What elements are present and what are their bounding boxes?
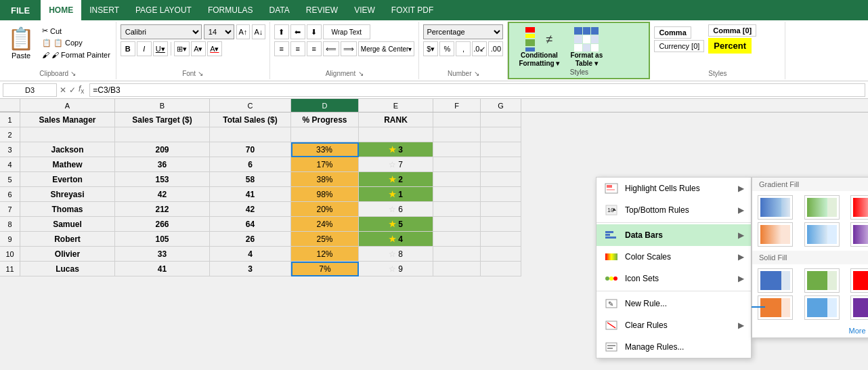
cell-d1[interactable]: % Progress: [291, 112, 359, 127]
col-header-e[interactable]: E: [359, 99, 433, 112]
row-header[interactable]: 4: [0, 157, 20, 172]
cell-c9[interactable]: 26: [210, 232, 291, 247]
cell-c1[interactable]: Total Sales ($): [210, 112, 291, 127]
row-header[interactable]: 3: [0, 142, 20, 157]
cell-d10[interactable]: 12%: [291, 247, 359, 262]
cf-menu-manage-rules[interactable]: Manage Rules...: [596, 336, 751, 358]
cell-d9[interactable]: 25%: [291, 232, 359, 247]
tab-insert[interactable]: INSERT: [81, 0, 127, 20]
bar-gradient-blue[interactable]: [758, 195, 793, 220]
cell-e6[interactable]: ★ 1: [359, 187, 433, 202]
cell-b7[interactable]: 212: [115, 202, 210, 217]
bar-gradient-green[interactable]: [804, 195, 840, 220]
more-rules-link[interactable]: More Rules...: [752, 324, 868, 337]
row-header[interactable]: 7: [0, 202, 20, 217]
tab-formulas[interactable]: FORMULAS: [200, 0, 261, 20]
percent-button[interactable]: %: [439, 41, 454, 56]
formula-fx-icon[interactable]: fx: [79, 84, 84, 95]
cell-d8[interactable]: 24%: [291, 217, 359, 232]
cell-d3[interactable]: 33%: [291, 142, 359, 157]
tab-home[interactable]: HOME: [41, 0, 81, 20]
cell-e8[interactable]: ★ 5: [359, 217, 433, 232]
cell-a6[interactable]: Shreyasi: [20, 187, 115, 202]
tab-review[interactable]: REVIEW: [298, 0, 346, 20]
cell-b5[interactable]: 153: [115, 172, 210, 187]
cf-menu-data-bars[interactable]: Data Bars ▶: [596, 224, 751, 246]
cell-a11[interactable]: Lucas: [20, 262, 115, 276]
bar-solid-lightblue[interactable]: [804, 295, 840, 320]
comma-button[interactable]: ,: [456, 41, 471, 56]
cell-b3[interactable]: 209: [115, 142, 210, 157]
cell-a9[interactable]: Robert: [20, 232, 115, 247]
font-color-button[interactable]: A▾: [207, 41, 222, 56]
tab-view[interactable]: VIEW: [346, 0, 383, 20]
col-header-a[interactable]: A: [20, 99, 115, 112]
bar-solid-orange[interactable]: [758, 295, 793, 320]
cell-c5[interactable]: 58: [210, 172, 291, 187]
cell-c4[interactable]: 6: [210, 157, 291, 172]
cell-e9[interactable]: ★ 4: [359, 232, 433, 247]
font-size-select[interactable]: 14: [204, 24, 234, 39]
cell-e7[interactable]: ☆ 6: [359, 202, 433, 217]
cell-c11[interactable]: 3: [210, 262, 291, 276]
row-header[interactable]: 1: [0, 112, 20, 127]
underline-button[interactable]: U▾: [153, 41, 168, 56]
bar-solid-blue[interactable]: [758, 268, 793, 293]
cell-d6[interactable]: 98%: [291, 187, 359, 202]
font-size-increase[interactable]: A↑: [236, 24, 250, 39]
border-button[interactable]: ⊞▾: [174, 41, 190, 56]
comma-style[interactable]: Comma: [654, 26, 691, 39]
row-header[interactable]: 6: [0, 187, 20, 202]
cell-b11[interactable]: 41: [115, 262, 210, 276]
cell-b4[interactable]: 36: [115, 157, 210, 172]
cell-b9[interactable]: 105: [115, 232, 210, 247]
bar-solid-purple[interactable]: [850, 295, 868, 320]
increase-indent-button[interactable]: ⟹: [341, 41, 357, 56]
cell-c3[interactable]: 70: [210, 142, 291, 157]
cell-b1[interactable]: Sales Target ($): [115, 112, 210, 127]
copy-button[interactable]: 📋 📋 Copy: [41, 38, 112, 48]
align-right-button[interactable]: ≡: [307, 41, 322, 56]
comma0-style[interactable]: Comma [0]: [708, 24, 756, 37]
cell-c10[interactable]: 4: [210, 247, 291, 262]
cell-d5[interactable]: 38%: [291, 172, 359, 187]
cell-a4[interactable]: Mathew: [20, 157, 115, 172]
align-bottom-button[interactable]: ⬇: [307, 24, 322, 39]
formula-x-icon[interactable]: ✕: [60, 85, 66, 95]
cell-d11[interactable]: 7%: [291, 262, 359, 276]
cell-e5[interactable]: ★ 2: [359, 172, 433, 187]
cell-c2[interactable]: [210, 127, 291, 142]
decrease-decimal-button[interactable]: .0↙: [472, 41, 487, 56]
cf-menu-new-rule[interactable]: ✎ New Rule...: [596, 293, 751, 314]
file-tab[interactable]: FILE: [0, 0, 41, 20]
cell-c6[interactable]: 41: [210, 187, 291, 202]
cell-e2[interactable]: [359, 127, 433, 142]
cell-b8[interactable]: 266: [115, 217, 210, 232]
align-left-button[interactable]: ≡: [274, 41, 289, 56]
font-size-decrease[interactable]: A↓: [252, 24, 265, 39]
cell-b10[interactable]: 33: [115, 247, 210, 262]
cut-button[interactable]: ✂ Cut: [41, 26, 112, 36]
format-painter-button[interactable]: 🖌 🖌 Format Painter: [41, 50, 112, 60]
cell-a3[interactable]: Jackson: [20, 142, 115, 157]
col-header-c[interactable]: C: [210, 99, 291, 112]
cell-d7[interactable]: 20%: [291, 202, 359, 217]
bar-gradient-lightblue[interactable]: [804, 222, 840, 247]
cell-a5[interactable]: Everton: [20, 172, 115, 187]
font-family-select[interactable]: Calibri: [121, 24, 202, 39]
bar-solid-green[interactable]: [804, 268, 840, 293]
fill-color-button[interactable]: A▾: [191, 41, 206, 56]
cell-a2[interactable]: [20, 127, 115, 142]
increase-decimal-button[interactable]: .00: [488, 41, 503, 56]
cell-a10[interactable]: Olivier: [20, 247, 115, 262]
cell-d4[interactable]: 17%: [291, 157, 359, 172]
row-header[interactable]: 5: [0, 172, 20, 187]
formula-check-icon[interactable]: ✓: [69, 85, 76, 95]
cell-b2[interactable]: [115, 127, 210, 142]
cell-a7[interactable]: Thomas: [20, 202, 115, 217]
row-header[interactable]: 10: [0, 247, 20, 262]
cell-e10[interactable]: ☆ 8: [359, 247, 433, 262]
cell-e4[interactable]: ☆ 7: [359, 157, 433, 172]
cf-menu-highlight-cells[interactable]: Highlight Cells Rules ▶: [596, 178, 751, 199]
row-header[interactable]: 11: [0, 262, 20, 276]
